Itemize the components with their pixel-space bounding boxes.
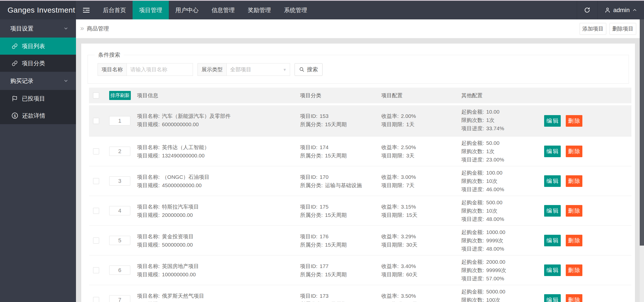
delete-button[interactable]: 删除 [566,205,582,217]
row-order-input[interactable] [109,116,130,125]
project-info-cell: 项目名称:俄罗斯天然气项目 项目规模:800000000.00 [137,285,300,302]
edit-button[interactable]: 编辑 [544,175,561,187]
field-label: 项目名称: [137,263,160,269]
delete-button[interactable]: 删除 [566,264,582,276]
field-label: 项目进度: [461,216,484,222]
sidebar-item-project-category[interactable]: 项目分类 [0,55,76,72]
row-checkbox[interactable] [93,118,99,124]
nav-item-home[interactable]: 后台首页 [96,1,133,19]
sidebar-item-project-list[interactable]: 项目列表 [0,38,76,55]
link-icon [12,43,18,49]
field-label: 所属分类: [300,153,323,158]
row-checkbox[interactable] [93,297,99,302]
field-label: 项目期限: [381,272,404,277]
project-progress: 57.00% [486,276,504,281]
project-min-amount: 1000.00 [486,229,505,235]
column-header-config: 项目配置 [381,92,461,99]
field-label: 项目规模: [137,121,160,127]
project-config-cell: 收益率:3.15% 项目期限:15天 [381,196,461,225]
field-label: 起购金额: [461,199,484,205]
delete-button[interactable]: 删除 [566,115,582,127]
project-category-cell: 项目ID:176 所属分类:15天周期 [300,226,381,255]
row-checkbox[interactable] [93,148,99,154]
delete-button[interactable]: 删除 [566,175,582,187]
user-menu[interactable]: admin [597,1,644,19]
row-checkbox[interactable] [93,238,99,244]
project-name-label: 项目名称 [98,63,127,76]
row-order-input[interactable] [109,176,130,186]
project-min-amount: 500.00 [486,199,502,205]
display-type-select[interactable]: 全部项目 ▼ [227,63,290,76]
row-checkbox[interactable] [93,178,99,184]
project-id: 176 [320,233,329,239]
project-name: 俄罗斯天然气项目 [162,293,204,299]
field-label: 项目进度: [461,186,484,192]
field-label: 收益率: [381,144,399,150]
field-label: 项目期限: [381,212,404,218]
nav-item-system-management[interactable]: 系统管理 [277,1,314,19]
other-config-cell: 起购金额:2000.00 限购次数:99999次 项目进度:57.00% [461,255,544,285]
scrollbar-thumb[interactable] [640,19,644,246]
project-name: 英伟达（人工智能） [162,144,210,150]
sidebar-group-label: 项目设置 [10,25,33,32]
nav-item-reward-management[interactable]: 奖励管理 [241,1,277,19]
edit-button[interactable]: 编辑 [544,205,561,217]
sort-refresh-button[interactable]: 排序刷新 [109,91,131,100]
field-label: 项目ID: [300,293,317,299]
row-order-input[interactable] [109,265,130,275]
field-label: 所属分类: [300,182,323,188]
nav-item-project-management[interactable]: 项目管理 [133,1,169,19]
project-name: （ONGC）石油项目 [162,174,210,180]
project-info-cell: 项目名称:英伟达（人工智能） 项目规模:132490000000.00 [137,137,300,166]
delete-button[interactable]: 删除 [566,235,582,246]
field-label: 项目ID: [300,263,317,269]
field-label: 所属分类: [300,272,323,277]
nav-item-info-management[interactable]: 信息管理 [205,1,241,19]
sidebar-group-label: 购买记录 [10,77,33,85]
refresh-icon [584,7,590,13]
row-order-input[interactable] [109,295,130,302]
project-info-cell: 项目名称:特斯拉汽车项目 项目规模:20000000.00 [137,196,300,225]
nav-item-user-center[interactable]: 用户中心 [169,1,205,19]
field-label: 项目名称: [137,233,160,239]
search-button[interactable]: 搜索 [295,63,323,76]
delete-project-button[interactable]: 删除项目 [610,23,636,35]
other-config-cell: 起购金额:1000.00 限购次数:9999次 项目进度:48.00% [461,226,544,255]
project-category-cell: 项目ID:175 所属分类:15天周期 [300,196,381,225]
project-name-input[interactable] [127,63,193,76]
edit-button[interactable]: 编辑 [544,264,561,276]
row-checkbox[interactable] [93,208,99,214]
row-actions: 编辑 删除 [544,166,631,196]
project-id: 175 [320,204,329,210]
sidebar-item-repayment-details[interactable]: $ 还款详情 [0,107,76,124]
breadcrumb-icon: » [80,24,84,32]
add-project-button[interactable]: 添加项目 [580,23,606,35]
row-actions: 编辑 删除 [544,226,631,255]
sidebar-item-invested-projects[interactable]: 已投项目 [0,90,76,107]
row-checkbox[interactable] [93,267,99,273]
project-id: 170 [320,174,329,180]
delete-button[interactable]: 删除 [566,146,582,157]
app-header: Ganges Investment 后台首页 项目管理 用户中心 信息管理 奖励… [0,1,644,19]
select-all-checkbox[interactable] [93,92,99,98]
edit-button[interactable]: 编辑 [544,294,561,302]
projects-table: 排序刷新 项目信息 项目分类 项目配置 其他配置 项目名称:汽车（新能源汽车）及… [89,88,631,302]
field-label: 所属分类: [300,121,323,127]
menu-toggle-button[interactable] [76,1,96,19]
row-order-input[interactable] [109,147,130,156]
sidebar-group-project-settings[interactable]: 项目设置 [0,19,76,38]
delete-button[interactable]: 删除 [566,294,582,302]
sidebar-group-purchase-records[interactable]: 购买记录 [0,72,76,90]
row-order-input[interactable] [109,206,130,215]
edit-button[interactable]: 编辑 [544,235,561,246]
edit-button[interactable]: 编辑 [544,115,561,127]
refresh-button[interactable] [577,1,597,19]
row-order-input[interactable] [109,236,130,245]
field-label: 项目名称: [137,204,160,210]
project-category-cell: 项目ID:174 所属分类:15天周期 [300,137,381,166]
edit-button[interactable]: 编辑 [544,146,561,157]
page-scrollbar [640,19,644,302]
field-label: 项目ID: [300,113,317,119]
field-label: 项目规模: [137,182,160,188]
table-row: 项目名称:黄金投资项目 项目规模:50000000.00 项目ID:176 所属… [89,226,631,255]
